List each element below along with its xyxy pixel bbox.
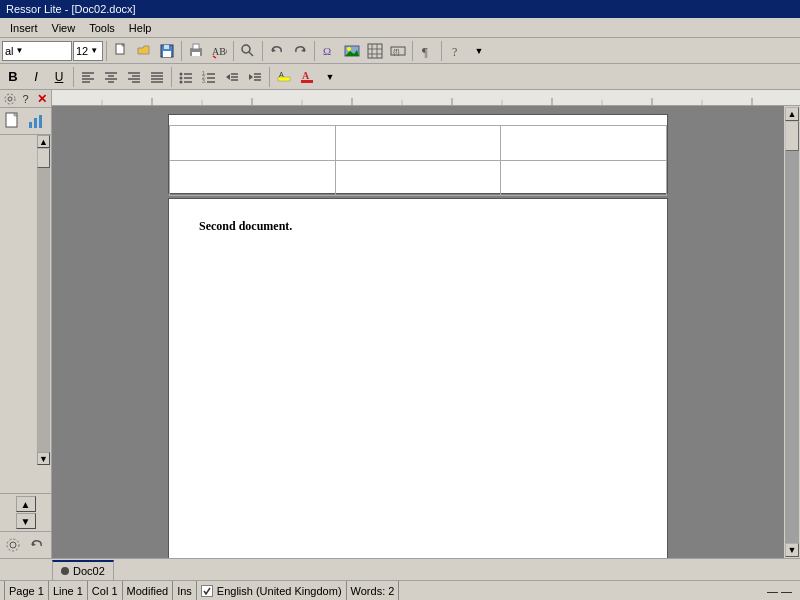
right-scroll-thumb[interactable]	[785, 121, 799, 151]
fmt-sep-1	[73, 67, 74, 87]
status-modified-text: Modified	[127, 585, 169, 597]
close-panel-button[interactable]: ✕	[34, 91, 49, 107]
svg-text:¶: ¶	[422, 44, 428, 59]
list-number-button[interactable]: 1.2.3.	[198, 66, 220, 88]
help-dropdown-button[interactable]: ▼	[468, 40, 490, 62]
highlight-button[interactable]: A	[273, 66, 295, 88]
svg-point-46	[180, 80, 183, 83]
status-words: Words: 2	[347, 581, 400, 600]
gear-icon[interactable]	[2, 91, 17, 107]
svg-text:3.: 3.	[202, 78, 206, 84]
undo-button[interactable]	[266, 40, 288, 62]
insert-table-button[interactable]	[364, 40, 386, 62]
pilcrow-button[interactable]: ¶	[416, 40, 438, 62]
scroll-thumb[interactable]	[37, 148, 50, 168]
pages-container: Second document.	[52, 106, 784, 558]
font-name-dropdown[interactable]: al ▼	[2, 41, 72, 61]
font-color-button[interactable]: A	[296, 66, 318, 88]
indent-decrease-button[interactable]	[221, 66, 243, 88]
right-scroll-down[interactable]: ▼	[785, 543, 799, 557]
new-button[interactable]	[110, 40, 132, 62]
open-button[interactable]	[133, 40, 155, 62]
fmt-sep-3	[269, 67, 270, 87]
spell-button[interactable]: ABC	[208, 40, 230, 62]
left-panel: ? ✕ ▲ ▼ ▲ ▼	[0, 90, 52, 558]
undo-panel-icon[interactable]	[26, 534, 48, 556]
menu-bar: Insert View Tools Help	[0, 18, 800, 38]
fmt-sep-2	[171, 67, 172, 87]
menu-view[interactable]: View	[46, 20, 82, 36]
svg-point-44	[180, 76, 183, 79]
toolbar2: B I U 1.2.3. A A ▼	[0, 64, 800, 90]
svg-point-9	[242, 45, 250, 53]
svg-point-74	[7, 539, 19, 551]
save-button[interactable]	[156, 40, 178, 62]
svg-marker-11	[272, 48, 276, 52]
print-button[interactable]	[185, 40, 207, 62]
settings-icon[interactable]	[2, 534, 24, 556]
language-checkbox[interactable]	[201, 585, 213, 597]
insert-special-button[interactable]: Ω	[318, 40, 340, 62]
tab-label: Doc02	[73, 565, 105, 577]
svg-text:ABC: ABC	[212, 46, 227, 57]
font-name-value: al	[5, 45, 14, 57]
chart-icon[interactable]	[25, 110, 47, 132]
insert-picture-button[interactable]	[341, 40, 363, 62]
svg-text:?: ?	[452, 45, 457, 59]
underline-button[interactable]: U	[48, 66, 70, 88]
indent-increase-button[interactable]	[244, 66, 266, 88]
align-center-button[interactable]	[100, 66, 122, 88]
bold-button[interactable]: B	[2, 66, 24, 88]
right-scrollbar: ▲ ▼	[784, 106, 800, 558]
scroll-down-arrow[interactable]: ▼	[37, 452, 50, 465]
help-panel-icon[interactable]: ?	[18, 91, 33, 107]
align-right-button[interactable]	[123, 66, 145, 88]
svg-point-67	[5, 94, 15, 104]
toolbar-sep-1	[106, 41, 107, 61]
svg-text:A: A	[302, 70, 310, 81]
status-modified: Modified	[123, 581, 174, 600]
font-size-dropdown[interactable]: 12 ▼	[73, 41, 103, 61]
nav-up-button[interactable]: ▲	[16, 496, 36, 512]
page-icon[interactable]	[2, 110, 24, 132]
tab-bar: Doc02	[0, 558, 800, 580]
tab-dot	[61, 567, 69, 575]
right-scroll-up[interactable]: ▲	[785, 107, 799, 121]
nav-down-button[interactable]: ▼	[16, 513, 36, 529]
scroll-track[interactable]	[37, 148, 50, 452]
svg-rect-17	[368, 44, 382, 58]
second-doc-text: Second document.	[199, 219, 292, 233]
justify-button[interactable]	[146, 66, 168, 88]
table-row	[170, 126, 667, 161]
list-bullet-button[interactable]	[175, 66, 197, 88]
tab-doc02[interactable]: Doc02	[52, 560, 114, 580]
svg-point-73	[10, 542, 16, 548]
page-2[interactable]: Second document.	[168, 198, 668, 558]
help-toolbar-button[interactable]: ?	[445, 40, 467, 62]
redo-button[interactable]	[289, 40, 311, 62]
italic-button[interactable]: I	[25, 66, 47, 88]
scroll-up-arrow[interactable]: ▲	[37, 135, 50, 148]
svg-marker-58	[249, 74, 253, 80]
find-button[interactable]	[237, 40, 259, 62]
svg-rect-72	[39, 115, 42, 128]
title-text: Ressor Lite - [Doc02.docx]	[6, 3, 136, 15]
svg-rect-70	[29, 122, 32, 128]
align-left-button[interactable]	[77, 66, 99, 88]
menu-tools[interactable]: Tools	[83, 20, 121, 36]
font-color-dropdown[interactable]: ▼	[319, 66, 341, 88]
menu-insert[interactable]: Insert	[4, 20, 44, 36]
status-line-text: Line 1	[53, 585, 83, 597]
svg-point-66	[8, 97, 12, 101]
toolbar-sep-5	[314, 41, 315, 61]
status-ins-text: Ins	[177, 585, 192, 597]
menu-help[interactable]: Help	[123, 20, 158, 36]
status-page: Page 1	[4, 581, 49, 600]
right-scroll-track[interactable]	[785, 121, 799, 543]
toolbar-sep-4	[262, 41, 263, 61]
svg-point-42	[180, 72, 183, 75]
svg-marker-75	[32, 542, 36, 546]
font-size-arrow: ▼	[90, 46, 98, 55]
toolbar1: al ▼ 12 ▼ ABC Ω {f}	[0, 38, 800, 64]
insert-field-button[interactable]: {f}	[387, 40, 409, 62]
